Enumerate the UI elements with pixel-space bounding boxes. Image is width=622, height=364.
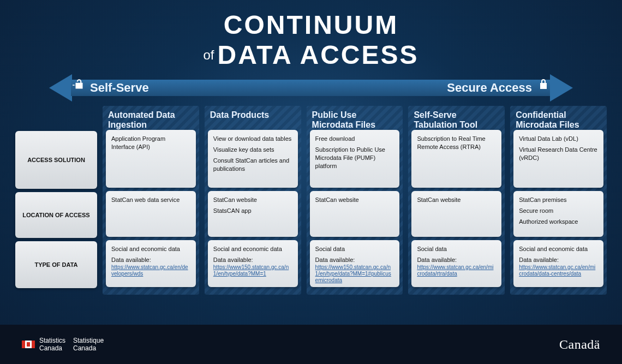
svg-rect-1	[73, 85, 75, 85]
continuum-arrow: Self-Serve Secure Access	[49, 74, 573, 102]
arrow-left-label: Self-Serve	[90, 81, 149, 95]
canada-flag-icon	[22, 341, 35, 348]
locked-icon	[537, 78, 550, 93]
statcan-signature: Statistics Canada Statistique Canada	[22, 337, 104, 352]
canada-wordmark: Canadä	[559, 337, 600, 352]
statcan-fr: Statistique Canada	[73, 337, 104, 352]
footer: Statistics Canada Statistique Canada Can…	[0, 325, 622, 364]
unlocked-icon	[72, 78, 86, 94]
arrow-right-label: Secure Access	[447, 81, 532, 95]
statcan-en: Statistics Canada	[39, 337, 65, 352]
